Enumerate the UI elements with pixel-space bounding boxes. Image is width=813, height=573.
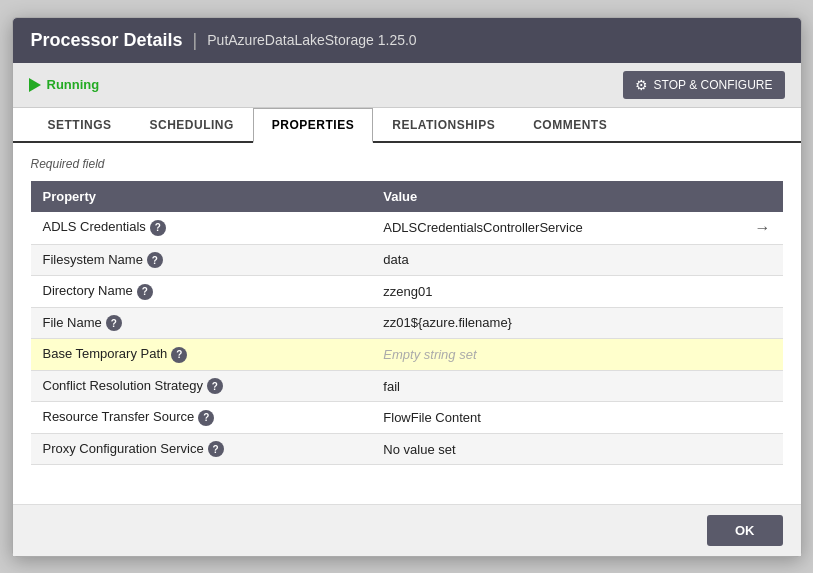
help-icon[interactable]: ? — [150, 220, 166, 236]
property-value-cell[interactable]: No value set — [371, 433, 742, 465]
help-icon[interactable]: ? — [106, 315, 122, 331]
processor-details-modal: Processor Details | PutAzureDataLakeStor… — [12, 17, 802, 557]
property-value: No value set — [383, 442, 455, 457]
tab-properties[interactable]: PROPERTIES — [253, 108, 373, 143]
table-header-row: Property Value — [31, 181, 783, 212]
property-name-cell: File Name? — [31, 307, 372, 339]
property-name-cell: Proxy Configuration Service? — [31, 433, 372, 465]
property-name: Conflict Resolution Strategy — [43, 378, 203, 393]
property-arrow-cell — [743, 433, 783, 465]
play-icon — [29, 78, 41, 92]
property-value: FlowFile Content — [383, 410, 481, 425]
property-name: Directory Name — [43, 283, 133, 298]
property-value-cell[interactable]: zz01${azure.filename} — [371, 307, 742, 339]
property-arrow-cell — [743, 370, 783, 402]
table-row[interactable]: Base Temporary Path?Empty string set — [31, 339, 783, 371]
property-value-cell[interactable]: ADLSCredentialsControllerService — [371, 212, 742, 245]
property-arrow-cell — [743, 402, 783, 434]
property-value: ADLSCredentialsControllerService — [383, 220, 582, 235]
modal-title: Processor Details — [31, 30, 183, 51]
property-name-cell: Filesystem Name? — [31, 244, 372, 276]
help-icon[interactable]: ? — [198, 410, 214, 426]
tab-settings[interactable]: SETTINGS — [29, 108, 131, 141]
stop-configure-label: STOP & CONFIGURE — [654, 78, 773, 92]
tab-relationships[interactable]: RELATIONSHIPS — [373, 108, 514, 141]
property-name-cell: ADLS Credentials? — [31, 212, 372, 245]
modal-header: Processor Details | PutAzureDataLakeStor… — [13, 18, 801, 63]
property-name: Proxy Configuration Service — [43, 441, 204, 456]
property-arrow-cell — [743, 307, 783, 339]
table-row[interactable]: ADLS Credentials?ADLSCredentialsControll… — [31, 212, 783, 245]
status-label: Running — [47, 77, 100, 92]
tab-scheduling[interactable]: SCHEDULING — [131, 108, 253, 141]
modal-footer: OK — [13, 504, 801, 556]
table-row[interactable]: Directory Name?zzeng01 — [31, 276, 783, 308]
col-action-header — [743, 181, 783, 212]
ok-button[interactable]: OK — [707, 515, 783, 546]
property-name-cell: Resource Transfer Source? — [31, 402, 372, 434]
table-row[interactable]: Resource Transfer Source?FlowFile Conten… — [31, 402, 783, 434]
tabs-bar: SETTINGS SCHEDULING PROPERTIES RELATIONS… — [13, 108, 801, 143]
properties-table: Property Value ADLS Credentials?ADLSCred… — [31, 181, 783, 466]
empty-value: Empty string set — [383, 347, 476, 362]
header-separator: | — [193, 30, 198, 51]
property-value: fail — [383, 379, 400, 394]
property-name: Filesystem Name — [43, 252, 143, 267]
running-status: Running — [29, 77, 100, 92]
gear-icon: ⚙ — [635, 77, 648, 93]
help-icon[interactable]: ? — [171, 347, 187, 363]
property-value-cell[interactable]: Empty string set — [371, 339, 742, 371]
property-name: ADLS Credentials — [43, 219, 146, 234]
help-icon[interactable]: ? — [207, 378, 223, 394]
property-name-cell: Conflict Resolution Strategy? — [31, 370, 372, 402]
table-row[interactable]: Conflict Resolution Strategy?fail — [31, 370, 783, 402]
property-value: zzeng01 — [383, 284, 432, 299]
property-arrow-cell — [743, 244, 783, 276]
property-name: Resource Transfer Source — [43, 409, 195, 424]
help-icon[interactable]: ? — [208, 441, 224, 457]
table-row[interactable]: Filesystem Name?data — [31, 244, 783, 276]
modal-body: Required field Property Value ADLS Crede… — [13, 143, 801, 504]
property-arrow-cell — [743, 339, 783, 371]
required-field-label: Required field — [31, 157, 783, 171]
property-value: data — [383, 252, 408, 267]
stop-configure-button[interactable]: ⚙ STOP & CONFIGURE — [623, 71, 785, 99]
property-value-cell[interactable]: data — [371, 244, 742, 276]
property-value-cell[interactable]: zzeng01 — [371, 276, 742, 308]
col-property-header: Property — [31, 181, 372, 212]
property-value-cell[interactable]: FlowFile Content — [371, 402, 742, 434]
col-value-header: Value — [371, 181, 742, 212]
table-row[interactable]: File Name?zz01${azure.filename} — [31, 307, 783, 339]
property-arrow-cell: → — [743, 212, 783, 245]
property-name: File Name — [43, 315, 102, 330]
property-value-cell[interactable]: fail — [371, 370, 742, 402]
processor-name: PutAzureDataLakeStorage 1.25.0 — [207, 32, 416, 48]
property-value: zz01${azure.filename} — [383, 315, 512, 330]
help-icon[interactable]: ? — [147, 252, 163, 268]
help-icon[interactable]: ? — [137, 284, 153, 300]
tab-comments[interactable]: COMMENTS — [514, 108, 626, 141]
property-name-cell: Directory Name? — [31, 276, 372, 308]
modal-toolbar: Running ⚙ STOP & CONFIGURE — [13, 63, 801, 108]
property-name: Base Temporary Path — [43, 346, 168, 361]
property-arrow-cell — [743, 276, 783, 308]
property-name-cell: Base Temporary Path? — [31, 339, 372, 371]
navigate-arrow-icon[interactable]: → — [755, 219, 771, 236]
table-row[interactable]: Proxy Configuration Service?No value set — [31, 433, 783, 465]
